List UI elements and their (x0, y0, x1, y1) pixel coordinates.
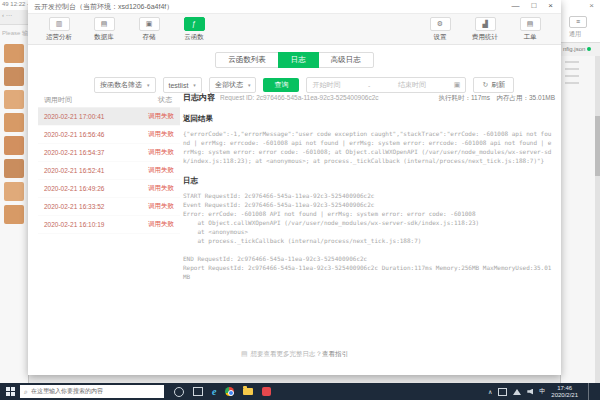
simulator-toolbar: ‹ ⋯ (0, 10, 28, 25)
file-explorer-icon[interactable] (243, 388, 253, 395)
close-icon[interactable]: × (589, 1, 594, 10)
column-header-time: 调用时间 (44, 95, 72, 105)
status-filter-select[interactable]: 全部状态 ▾ (209, 77, 257, 93)
simulator-search-hint: Please 输... (0, 25, 28, 40)
date-range-input[interactable]: 开始时间 - 结束时间 ▣ (306, 77, 466, 93)
database-icon: ▤ (94, 17, 115, 31)
tab-logs[interactable]: 日志 (278, 52, 319, 68)
cortana-icon[interactable] (174, 387, 184, 397)
log-line: Event RequestId: 2c976466-545a-11ea-92c3… (183, 200, 555, 209)
cloud-function-icon: ƒ (184, 17, 205, 31)
book-cover-thumbnail (4, 113, 24, 132)
windows-taskbar: ⌕ 在这里输入你要搜索的内容 e ∧ 中 17:46 2020/2/21 (0, 383, 600, 400)
nav-storage-button[interactable]: ▣ 存储 (134, 17, 164, 42)
status-badge: 调用失败 (148, 166, 174, 175)
analytics-icon: ▥ (49, 17, 70, 31)
maximize-button[interactable]: □ (531, 1, 536, 10)
book-cover-thumbnail (4, 136, 24, 155)
log-line: START RequestId: 2c976466-545a-11ea-92c3… (183, 191, 555, 200)
input-language-indicator[interactable]: 中 (539, 387, 545, 396)
table-row[interactable]: 2020-02-21 16:52:41 调用失败 (38, 162, 180, 180)
status-badge: 调用失败 (148, 220, 174, 229)
table-row[interactable]: 2020-02-21 17:00:41 调用失败 (38, 108, 180, 126)
refresh-button[interactable]: ↻刷新 (473, 77, 514, 93)
table-row[interactable]: 2020-02-21 16:54:37 调用失败 (38, 144, 180, 162)
start-button[interactable] (0, 387, 20, 396)
status-badge: 调用失败 (148, 112, 174, 121)
request-id: Request ID: 2c976466-545a-11ea-92c3-5254… (220, 94, 438, 101)
windows-logo-icon (6, 387, 15, 396)
ticket-button[interactable]: ▤ 工单 (515, 17, 545, 42)
table-row[interactable]: 2020-02-21 16:56:46 调用失败 (38, 126, 180, 144)
settings-button[interactable]: ⚙ 设置 (425, 17, 455, 42)
log-line: END RequestId: 2c976466-545a-11ea-92c3-5… (183, 254, 555, 263)
action-label: 工单 (524, 33, 537, 42)
editor-scrollbar[interactable] (595, 56, 600, 383)
nav-label: 数据库 (94, 33, 114, 42)
refresh-icon: ↻ (482, 81, 488, 88)
name-filter-select[interactable]: 按函数名筛选 ▾ (94, 77, 156, 93)
execution-stats: 执行耗时：117ms 内存占用：35.01MB (438, 94, 555, 103)
bar-chart-icon: ▟ (475, 17, 496, 31)
billing-stats-button[interactable]: ▟ 费用统计 (470, 17, 500, 42)
table-row[interactable]: 2020-02-21 16:10:19 调用失败 (38, 216, 180, 234)
minimize-button[interactable]: — (511, 1, 519, 10)
clock-time: 17:46 (551, 385, 578, 392)
table-row[interactable]: 2020-02-21 16:33:52 调用失败 (38, 198, 180, 216)
taskbar-search-input[interactable]: ⌕ 在这里输入你要搜索的内容 (20, 385, 164, 398)
function-name-select[interactable]: testlist ▾ (163, 77, 202, 93)
log-output: START RequestId: 2c976466-545a-11ea-92c3… (183, 191, 555, 281)
volume-icon[interactable] (527, 389, 533, 395)
desktop: 49 12:22 - ‹ ⋯ Please 输... × ≡ 通用 nfig.j… (0, 0, 600, 400)
background-devtools-right: × ≡ 通用 nfig.json (560, 0, 600, 383)
nav-label: 运营分析 (46, 33, 72, 42)
display-icon[interactable] (498, 388, 507, 396)
invocation-time: 2020-02-21 16:54:37 (44, 149, 104, 156)
editor-panel-label: 通用 (569, 30, 581, 39)
log-line: Report RequestId: 2c976466-545a-11ea-92c… (183, 263, 555, 281)
editor-file-tab[interactable]: nfig.json (561, 42, 600, 57)
network-icon[interactable] (513, 389, 521, 395)
show-desktop-button[interactable] (588, 383, 592, 400)
scrollbar-thumb[interactable] (595, 116, 600, 176)
table-row[interactable]: 2020-02-21 16:49:26 调用失败 (38, 180, 180, 198)
invocation-time: 2020-02-21 16:52:41 (44, 167, 104, 174)
menu-icon[interactable]: ≡ (569, 16, 587, 28)
date-separator: - (368, 82, 370, 89)
action-label: 设置 (434, 33, 447, 42)
nav-database-button[interactable]: ▤ 数据库 (89, 17, 119, 42)
log-line (183, 245, 555, 254)
unsaved-dot-icon (587, 47, 591, 51)
book-cover-thumbnail (4, 159, 24, 178)
log-line: at Object.callWXOpenAPI (/var/user/node_… (183, 218, 555, 227)
log-filter-bar: 按函数名筛选 ▾ testlist ▾ 全部状态 ▾ 查询 开始时间 - 结束时… (94, 77, 561, 93)
nav-analytics-button[interactable]: ▥ 运营分析 (44, 17, 74, 42)
gear-icon: ⚙ (430, 17, 451, 31)
edge-browser-icon[interactable]: e (212, 387, 216, 397)
chevron-down-icon: ▾ (147, 82, 150, 88)
tab-advanced-logs[interactable]: 高级日志 (318, 52, 374, 68)
book-cover-thumbnail (4, 182, 24, 201)
footer-text: 想要查看更多完整日志？ (251, 350, 323, 357)
tray-expand-icon[interactable]: ∧ (488, 388, 492, 395)
log-line: at process._tickCallback (internal/proce… (183, 236, 555, 245)
toolbar-action-group: ⚙ 设置 ▟ 费用统计 ▤ 工单 (425, 17, 545, 42)
cloud-console-window: 云开发控制台（当前环境：xsd1206-6a4f4f） — □ × ▥ 运营分析… (28, 0, 561, 375)
function-tabs: 云函数列表 日志 高级日志 (28, 52, 561, 68)
chevron-down-icon: ▾ (248, 82, 251, 88)
taskbar-clock[interactable]: 17:46 2020/2/21 (551, 385, 578, 399)
close-button[interactable]: × (548, 1, 553, 10)
query-button[interactable]: 查询 (263, 78, 299, 92)
calendar-icon: ▣ (454, 81, 461, 89)
background-devtools-left: 49 12:22 - ‹ ⋯ Please 输... (0, 0, 29, 383)
toolbar-nav-group: ▥ 运营分析 ▤ 数据库 ▣ 存储 ƒ 云函数 (44, 17, 209, 42)
book-cover-thumbnail (4, 90, 24, 109)
footer-guide-link[interactable]: 查看指引 (322, 350, 348, 357)
task-view-icon[interactable] (193, 387, 203, 396)
pinned-app-icon[interactable] (262, 387, 271, 396)
invocation-table: 调用时间 状态 2020-02-21 17:00:41 调用失败 2020-02… (38, 92, 180, 234)
chrome-browser-icon[interactable] (225, 387, 234, 396)
log-line: Error: errCode: -601008 API not found | … (183, 209, 555, 218)
nav-cloud-function-button[interactable]: ƒ 云函数 (179, 17, 209, 42)
tab-function-list[interactable]: 云函数列表 (215, 52, 279, 68)
